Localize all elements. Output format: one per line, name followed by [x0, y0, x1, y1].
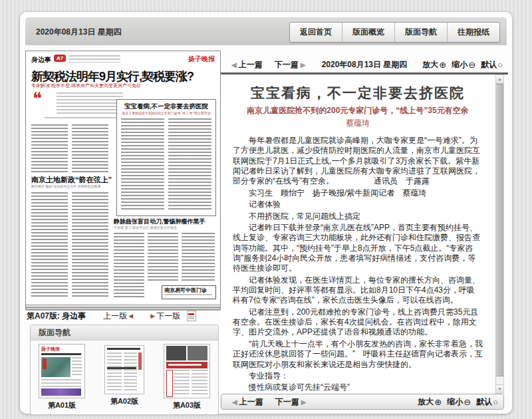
- thumbnail-a03-wrap: 第A03版: [164, 344, 210, 410]
- main-subhead: 专家解读:税率不变,继承房产和夫妻间变更房产可免征: [31, 82, 211, 89]
- zoom-default-button[interactable]: 默认 ○: [476, 396, 498, 408]
- red-border-strip: [166, 370, 173, 397]
- prev-article-link[interactable]: ◀ 上一篇: [231, 59, 263, 70]
- article-paragraph: 记者昨日下载并登录“南京儿医在线”APP，首页主要有预约挂号、线上复诊、专家咨询…: [233, 223, 483, 274]
- text-column: [192, 370, 207, 396]
- article-paragraph: 实习生 顾怡宁 扬子晚报/紫牛新闻记者 蔡蕴琦: [233, 188, 483, 198]
- next-article-link[interactable]: 下一篇 ▶: [275, 59, 306, 70]
- text-column: [41, 379, 81, 387]
- article-scrollbar[interactable]: ▲ ▼: [495, 74, 504, 394]
- prev-article-label: 上一篇: [239, 396, 263, 408]
- vein-article-subhead: 不彻底“复工”的血管治疗,病情反复在所难免: [114, 225, 213, 229]
- article-paragraph: 记者体验: [233, 200, 483, 210]
- thumbnail-page-a01[interactable]: 扬子晚报: [39, 344, 85, 398]
- page-section-label: 身边事: [31, 55, 51, 65]
- layout-navigation-button[interactable]: 版面导航: [394, 23, 447, 42]
- article-paragraph: 慢性病或复诊可先挂“云端号”: [233, 382, 483, 392]
- article-nav-group: ◀ 上一篇 下一篇 ▶: [231, 59, 305, 70]
- reader-toolbar-top: ◀ 上一篇 下一篇 ▶ 2020年08月13日 星期四 放大 ⊕ 缩小 ⊖: [221, 57, 508, 72]
- clinic-ad-title: 南京易可中医门诊: [164, 287, 207, 294]
- text-column: [124, 352, 137, 391]
- layout-navigation-title: 版面导航: [31, 325, 218, 341]
- prev-page-link[interactable]: 上一版 ◀: [103, 311, 133, 322]
- article-content: 宝宝看病，不一定非要去挤医院 南京儿童医院抢不到的200元专家门诊号，“线上号”…: [221, 74, 508, 394]
- scrollbar-thumb[interactable]: [496, 84, 503, 376]
- current-article-box[interactable]: 宝宝看病,不一定非要去挤医院 南京儿童医院抢不到的200元专家门诊号,“线上号”…: [116, 99, 216, 216]
- text-column: [107, 352, 122, 391]
- zoom-in-button[interactable]: 放大 ⊕: [418, 396, 442, 408]
- scroll-down-icon[interactable]: ▼: [496, 384, 503, 393]
- epaper-window: 2020年08月13日 星期四 返回首页 版面概览 版面导航 往期报纸 身边事 …: [20, 12, 512, 414]
- zoom-in-button[interactable]: 放大 ⊕: [422, 59, 446, 70]
- thumbnail-label-a01[interactable]: 第A01版: [39, 400, 85, 410]
- prev-article-link[interactable]: ◀ 上一篇: [232, 396, 263, 408]
- text-column: [72, 124, 108, 172]
- text-column: [31, 192, 68, 297]
- land-policy-subhead: 网传将给“触发”地块摇号定买家,并限制竞买数量: [31, 184, 111, 188]
- past-issues-button[interactable]: 往期报纸: [447, 23, 499, 42]
- next-article-label: 下一篇: [275, 59, 299, 70]
- text-column: [31, 124, 68, 172]
- article-paragraph: 记者体验发现，在医生详情页上，每位专家的擅长方向、咨询量、平均回复时间、好评率等…: [233, 275, 483, 306]
- next-article-label: 下一篇: [275, 396, 299, 408]
- scroll-up-icon[interactable]: ▲: [496, 75, 503, 84]
- land-policy-headline: 南京土地新政“箭在弦上”?: [31, 175, 112, 185]
- zoom-in-icon: ⊕: [434, 397, 442, 407]
- article-paragraph: 专业指导：: [233, 371, 483, 381]
- credit-text-line: [45, 117, 123, 120]
- edition-badge: A7: [54, 55, 66, 62]
- news-photo: [188, 346, 207, 360]
- news-photo: [166, 346, 186, 360]
- home-button[interactable]: 返回首页: [290, 23, 342, 42]
- text-column: [72, 192, 108, 297]
- topbar-button-group: 返回首页 版面概览 版面导航 往期报纸: [289, 22, 500, 43]
- text-column: [114, 233, 144, 297]
- article-paragraph: 每年暑假都是儿童医院就诊高峰期，大咖专家更是“一号难求”。为了方便患儿就医，减少…: [233, 136, 483, 187]
- pdf-icon[interactable]: [187, 311, 196, 321]
- page-thumbnails: 扬子晚报 第A01版 第A02版: [31, 341, 218, 410]
- thumbnail-label-a03[interactable]: 第A03版: [164, 400, 210, 410]
- topbar: 2020年08月13日 星期四 返回首页 版面概览 版面导航 往期报纸: [25, 17, 507, 45]
- thumb-headline-bar: [41, 353, 81, 355]
- page-info-row: 第A07版: 身边事 上一版 ◀ ▶ 下一版: [27, 310, 219, 322]
- zoom-in-icon: ⊕: [439, 60, 446, 70]
- prev-arrow-icon: ◀: [232, 398, 237, 406]
- article-paragraph: 不用挤医院，常见问题线上搞定: [233, 211, 483, 221]
- article-paragraph: 记者注意到，200元都难抢的专家门诊号，线上咨询费只需35元且有空余。在医生接诊…: [233, 307, 483, 338]
- zoom-out-button[interactable]: 缩小 ⊖: [447, 396, 471, 408]
- thumbnail-page-a02[interactable]: [104, 345, 144, 394]
- thumb-headline-bar: [107, 348, 140, 350]
- article-paragraph: “前几天晚上十一点半，有个小朋友发热的咨询，家长非常着急，我正好还没休息就回答了…: [233, 339, 483, 370]
- text-column: [168, 118, 211, 210]
- next-article-link[interactable]: 下一篇 ▶: [275, 396, 307, 408]
- next-page-label: 下一版: [156, 311, 180, 322]
- zoom-in-label: 放大: [422, 59, 438, 70]
- newspaper-masthead: 扬子晚报: [188, 55, 215, 64]
- zoom-out-label: 缩小: [452, 59, 467, 70]
- thumbnail-label-a02[interactable]: 第A02版: [104, 396, 144, 406]
- zoom-out-button[interactable]: 缩小 ⊖: [452, 59, 475, 70]
- thumb-masthead: 扬子晚报: [41, 346, 60, 352]
- zoom-default-label: 默认: [481, 59, 497, 70]
- thumbnail-a01-wrap: 扬子晚报 第A01版: [39, 344, 85, 410]
- next-page-link[interactable]: ▶ 下一版: [150, 311, 180, 322]
- layout-overview-button[interactable]: 版面概览: [342, 23, 394, 42]
- next-page-arrow-icon: ▶: [150, 313, 155, 319]
- article-reader: ◀ 上一篇 下一篇 ▶ 2020年08月13日 星期四 放大 ⊕ 缩小 ⊖: [221, 57, 508, 412]
- quote-text-lines: [57, 92, 123, 114]
- page-meta-lines: [68, 55, 120, 63]
- article-nav-group: ◀ 上一篇 下一篇 ▶: [232, 396, 306, 408]
- layout-navigation-panel: 版面导航 扬子晚报 第A01版: [30, 325, 219, 415]
- next-arrow-icon: ▶: [301, 61, 306, 69]
- text-column: [148, 233, 178, 282]
- article-author: 蔡蕴琦: [233, 118, 483, 129]
- zoom-in-label: 放大: [418, 396, 434, 408]
- zoom-default-icon: ○: [497, 60, 503, 70]
- thumbnail-page-a03[interactable]: [164, 344, 210, 398]
- zoom-default-icon: ○: [493, 397, 498, 407]
- quote-icon: ❝: [33, 88, 42, 109]
- newspaper-page-preview[interactable]: 身边事 A7 扬子晚报 新契税法明年9月实行,契税要涨? 专家解读:税率不变,继…: [25, 51, 221, 305]
- zoom-default-button[interactable]: 默认 ○: [481, 59, 503, 70]
- zoom-controls: 放大 ⊕ 缩小 ⊖ 默认 ○: [422, 59, 503, 70]
- clinic-ad-lines: [164, 294, 212, 297]
